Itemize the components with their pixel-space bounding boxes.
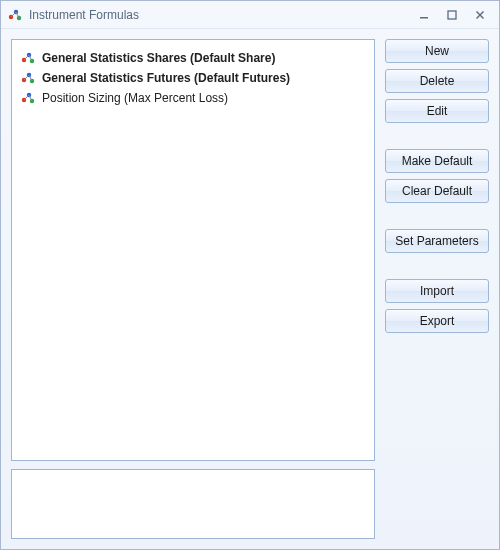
titlebar: Instrument Formulas (1, 1, 499, 29)
list-item-label: General Statistics Futures (Default Futu… (42, 70, 290, 86)
set-parameters-button[interactable]: Set Parameters (385, 229, 489, 253)
export-button[interactable]: Export (385, 309, 489, 333)
formula-list[interactable]: General Statistics Shares (Default Share… (11, 39, 375, 461)
svg-line-17 (24, 75, 29, 80)
window-title: Instrument Formulas (29, 8, 139, 22)
maximize-button[interactable] (439, 6, 465, 24)
list-item[interactable]: General Statistics Futures (Default Futu… (18, 68, 368, 88)
client-area: General Statistics Shares (Default Share… (1, 29, 499, 549)
molecule-icon (20, 50, 36, 66)
description-box (11, 469, 375, 539)
molecule-icon (20, 70, 36, 86)
svg-line-3 (11, 12, 16, 17)
window-root: Instrument Formulas (0, 0, 500, 550)
clear-default-button[interactable]: Clear Default (385, 179, 489, 203)
close-button[interactable] (467, 6, 493, 24)
minimize-button[interactable] (411, 6, 437, 24)
import-button[interactable]: Import (385, 279, 489, 303)
app-icon (7, 7, 23, 23)
svg-rect-6 (448, 11, 456, 19)
list-item[interactable]: General Statistics Shares (Default Share… (18, 48, 368, 68)
delete-button[interactable]: Delete (385, 69, 489, 93)
svg-rect-5 (420, 17, 428, 19)
new-button[interactable]: New (385, 39, 489, 63)
svg-line-22 (24, 95, 29, 100)
list-item[interactable]: Position Sizing (Max Percent Loss) (18, 88, 368, 108)
svg-line-12 (24, 55, 29, 60)
edit-button[interactable]: Edit (385, 99, 489, 123)
left-column: General Statistics Shares (Default Share… (11, 39, 375, 539)
make-default-button[interactable]: Make Default (385, 149, 489, 173)
button-column: New Delete Edit Make Default Clear Defau… (385, 39, 489, 539)
list-item-label: General Statistics Shares (Default Share… (42, 50, 275, 66)
list-item-label: Position Sizing (Max Percent Loss) (42, 90, 228, 106)
molecule-icon (20, 90, 36, 106)
